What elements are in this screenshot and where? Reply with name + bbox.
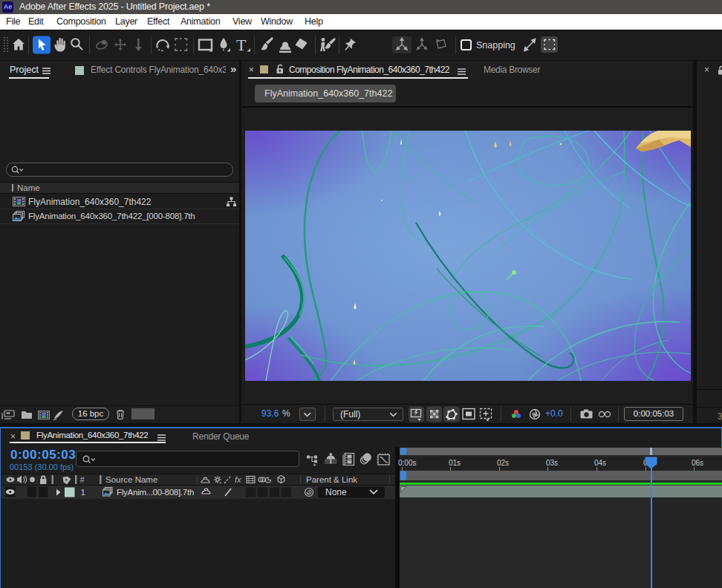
svg-text:Parent & Link: Parent & Link — [306, 475, 357, 484]
svg-text:Source Name: Source Name — [105, 475, 157, 484]
svg-text:Snapping: Snapping — [476, 40, 516, 50]
svg-text:T: T — [236, 36, 247, 54]
svg-text:None: None — [325, 487, 347, 497]
svg-text:#: # — [80, 475, 85, 484]
svg-text:1: 1 — [81, 488, 85, 497]
svg-text:FlyAnim...00-808].7th: FlyAnim...00-808].7th — [117, 488, 194, 497]
svg-text:fx: fx — [235, 475, 241, 484]
